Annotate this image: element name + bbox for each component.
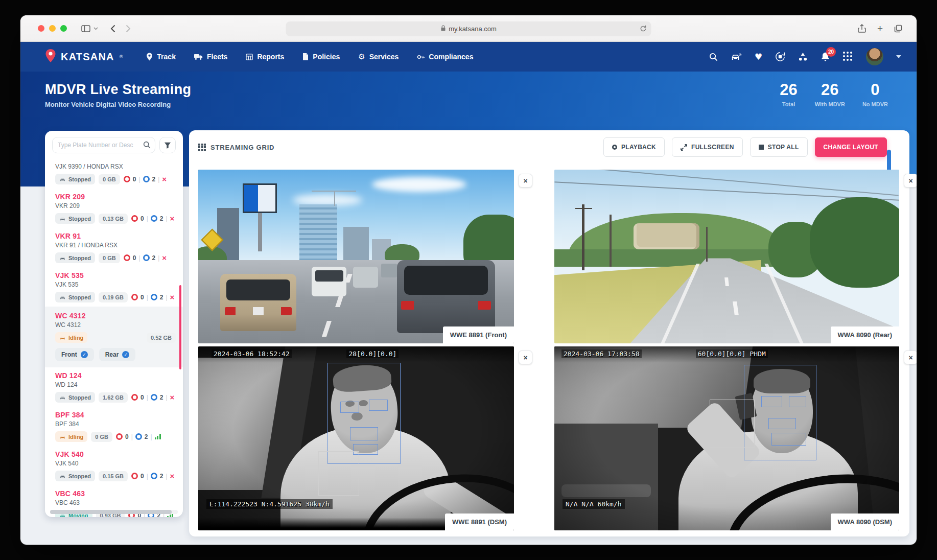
status-badge: Stopped (55, 213, 95, 224)
camera-count-icon (151, 473, 157, 479)
fullscreen-button[interactable]: FULLSCREEN (672, 137, 743, 157)
vehicle-list-item[interactable]: BPF 384BPF 384Idling0 GB0|2| (52, 407, 176, 446)
camera-rear-button[interactable]: Rear✓ (99, 348, 136, 361)
video-rear-camera[interactable]: WWA 8090 (Rear) (554, 170, 899, 343)
filter-button[interactable] (159, 137, 176, 153)
vehicle-plate: VKR 209 (55, 193, 176, 201)
window-controls (38, 25, 67, 32)
vertical-scrollbar-thumb[interactable] (179, 285, 181, 369)
connected-car-icon[interactable] (731, 53, 742, 61)
refresh-icon[interactable] (640, 25, 647, 34)
playback-button[interactable]: PLAYBACK (603, 137, 665, 157)
camera-front-button[interactable]: Front✓ (55, 348, 94, 361)
notifications-bell-icon[interactable]: 20 (821, 52, 830, 62)
account-chevron-icon[interactable] (896, 55, 901, 58)
vehicle-list-item[interactable]: VKR 209VKR 209Stopped0.13 GB0|2|× (52, 189, 176, 228)
back-button[interactable] (110, 25, 115, 33)
video-timestamp: 2024-03-06 18:52:42 (212, 349, 292, 358)
brand-pin-icon (45, 49, 56, 65)
user-avatar[interactable] (866, 48, 883, 65)
change-layout-button[interactable]: CHANGE LAYOUT (815, 137, 887, 157)
apps-grid-icon[interactable] (843, 52, 853, 62)
camera-count: 2 (152, 254, 156, 262)
nav-item-policies[interactable]: Policies (302, 53, 340, 61)
nav-utility-icons: ♥ 20 (709, 48, 901, 65)
table-icon (246, 54, 253, 60)
camera-count-icon (151, 394, 157, 401)
close-stream-button[interactable]: × (519, 174, 532, 188)
close-icon: × (908, 354, 912, 362)
building (343, 227, 368, 260)
stream-counts: 0|2|× (124, 254, 167, 262)
camera-count-icon (143, 176, 150, 182)
stream-tile-front: WWE 8891 (Front) × (198, 170, 514, 343)
vehicle-list-item[interactable]: VJK 535VJK 535Stopped0.19 GB0|2|× (52, 267, 176, 307)
vehicle-description: VJK 535 (55, 281, 176, 288)
horizontal-scrollbar[interactable] (50, 510, 178, 514)
document-icon (302, 53, 309, 60)
vehicle-description: VJK 9390 / HONDA RSX (55, 163, 176, 170)
stream-counts: 0|2|× (124, 175, 167, 183)
section-title: STREAMING GRID (198, 144, 274, 151)
eye-detection-box (789, 396, 806, 407)
video-front-camera[interactable]: WWE 8891 (Front) (198, 170, 514, 343)
vehicle-description: VKR 91 / HONDA RSX (55, 242, 176, 249)
vehicle-list-item[interactable]: VKR 91VKR 91 / HONDA RSXStopped0 GB0|2|× (52, 228, 176, 267)
brand-logo[interactable]: KATSANA ® (45, 49, 123, 65)
chrome-actions: + (858, 24, 902, 33)
vehicle-list-item[interactable]: WC 4312WC 4312Idling0.52 GBFront✓Rear✓ (45, 307, 183, 367)
hierarchy-icon[interactable] (798, 52, 808, 61)
chevron-down-icon[interactable] (93, 27, 98, 30)
notification-badge: 20 (826, 47, 836, 57)
camera-count: 2 (145, 433, 148, 440)
eye-detection-box (340, 402, 359, 413)
mouth-detection-box (771, 433, 806, 446)
lock-icon (440, 25, 446, 33)
vehicle-list-item[interactable]: VJK 9390 / HONDA RSXStopped0 GB0|2|× (52, 157, 176, 189)
sidebar-toggle-icon[interactable] (81, 25, 90, 32)
car-icon (59, 473, 66, 479)
stream-label: WWA 8090 (DSM) (831, 514, 899, 530)
storage-badge: 0.15 GB (99, 471, 128, 481)
new-tab-icon[interactable]: + (877, 24, 883, 33)
heart-icon[interactable]: ♥ (755, 53, 762, 61)
streaming-panel: STREAMING GRID PLAYBACK FULLSCREEN STOP … (189, 130, 909, 536)
car-icon (59, 394, 66, 401)
pole-crossarm (575, 208, 593, 209)
video-dsm-camera[interactable]: 2024-03-06 18:52:42 28[0.0][0.0] E:114.2… (198, 346, 514, 530)
vehicle-list-item[interactable]: WD 124WD 124Stopped1.62 GB0|2|× (52, 367, 176, 407)
nav-item-fleets[interactable]: Fleets (194, 53, 227, 61)
close-stream-button[interactable]: × (904, 351, 917, 364)
close-window-button[interactable] (38, 25, 44, 32)
brand-name: KATSANA (61, 51, 114, 63)
share-icon[interactable] (858, 24, 866, 33)
close-stream-button[interactable]: × (904, 174, 917, 188)
vehicle-description: WD 124 (55, 381, 176, 388)
video-dsm-camera[interactable]: 2024-03-06 17:03:58 60[0.0][0.0] PHDM N/… (554, 346, 899, 530)
rewards-icon[interactable] (775, 52, 785, 62)
zoom-window-button[interactable] (60, 25, 67, 32)
vehicle-list-item[interactable]: VJK 540VJK 540Stopped0.15 GB0|2|× (52, 446, 176, 485)
nose-detection-box (768, 418, 796, 429)
minimize-window-button[interactable] (49, 25, 56, 32)
horizontal-scrollbar-thumb[interactable] (50, 510, 172, 514)
close-stream-button[interactable]: × (519, 351, 532, 364)
hand-detection-box (710, 400, 755, 448)
search-icon[interactable] (709, 53, 718, 61)
tabs-overview-icon[interactable] (894, 25, 902, 33)
status-badge: Stopped (55, 471, 95, 481)
nav-item-reports[interactable]: Reports (246, 53, 284, 61)
address-bar[interactable]: my.katsana.com (286, 21, 651, 36)
close-icon: × (523, 354, 527, 362)
trees (810, 197, 900, 288)
search-input[interactable] (52, 137, 155, 153)
storage-badge: 0.19 GB (99, 292, 128, 302)
nav-item-services[interactable]: ⚙ Services (358, 53, 399, 61)
stop-all-button[interactable]: STOP ALL (750, 137, 808, 157)
forward-button[interactable] (126, 25, 131, 33)
nose-detection-box (350, 427, 379, 440)
nav-item-track[interactable]: Track (146, 53, 176, 61)
nav-item-compliances[interactable]: Compliances (417, 53, 473, 61)
page-subtitle: Monitor Vehicle Digital Video Recording (45, 101, 191, 108)
alert-count-icon (131, 394, 138, 401)
